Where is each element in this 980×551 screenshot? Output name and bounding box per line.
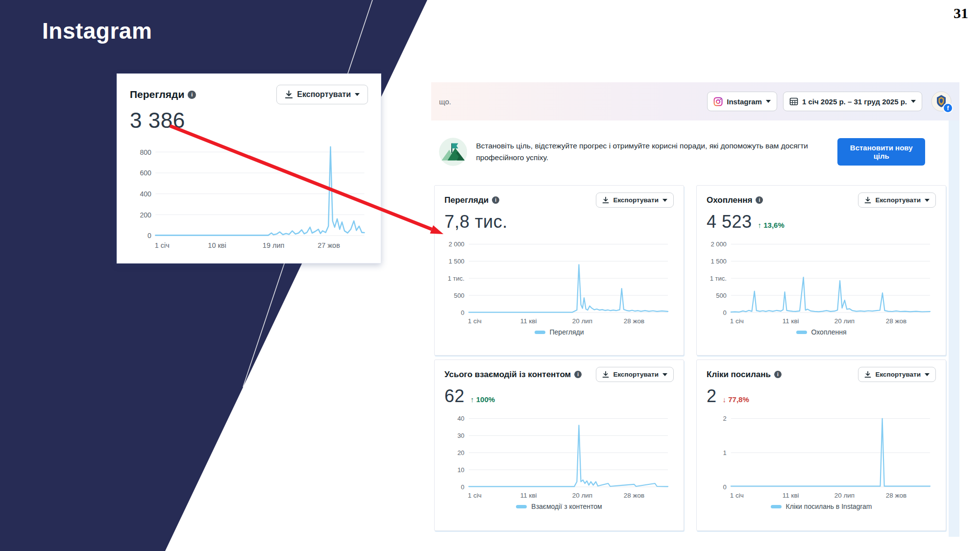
dashboard-screenshot: що. Instagram [431,82,959,537]
info-icon[interactable] [574,371,582,378]
overlay-views-chart: 80060040020001 січ10 кві19 лип27 жов [130,135,368,252]
info-icon[interactable] [492,196,499,204]
info-icon[interactable] [188,91,196,99]
svg-text:11 кві: 11 кві [520,492,537,499]
platform-label: Instagram [727,97,762,106]
instagram-icon [713,97,723,106]
svg-text:2 000: 2 000 [710,240,726,248]
svg-text:40: 40 [457,415,464,422]
chevron-down-icon [766,100,771,103]
platform-selector[interactable]: Instagram [707,92,777,111]
svg-text:28 жов: 28 жов [624,492,644,499]
legend-swatch [516,505,527,508]
legend-label: Взаємодії з контентом [531,503,602,510]
export-button[interactable]: Експортувати [858,367,936,382]
card-title: Перегляди [444,195,489,205]
date-range-label: 1 січ 2025 р. – 31 груд 2025 р. [802,97,907,106]
truncated-header-text: що. [439,97,451,106]
chevron-down-icon [911,100,916,103]
svg-text:11 кві: 11 кві [520,317,537,325]
metric-delta: ↑ 100% [470,395,495,404]
chevron-down-icon [355,93,360,96]
date-range-selector[interactable]: 1 січ 2025 р. – 31 груд 2025 р. [783,92,922,111]
chart-legend: Перегляди [444,328,674,336]
interactions-chart: 4030201001 січ11 кві20 лип28 жов [444,408,674,502]
card-title: Кліки посилань [707,370,771,380]
calendar-icon [789,97,798,106]
export-label: Експортувати [875,196,921,204]
slide-title: Instagram [42,18,152,44]
export-button[interactable]: Експортувати [276,85,368,104]
delta-arrow-icon: ↓ [723,395,727,404]
chevron-down-icon [662,373,667,376]
export-button[interactable]: Експортувати [596,367,674,382]
svg-text:20 лип: 20 лип [572,317,592,325]
svg-text:0: 0 [147,232,151,240]
svg-text:11 кві: 11 кві [783,492,799,499]
svg-text:400: 400 [140,190,151,198]
svg-text:2 000: 2 000 [448,240,464,248]
svg-text:10 кві: 10 кві [208,241,226,250]
svg-text:1: 1 [723,449,727,456]
download-icon [602,371,609,378]
export-button[interactable]: Експортувати [858,192,936,208]
svg-text:1 тис.: 1 тис. [710,275,727,282]
svg-text:20 лип: 20 лип [572,492,592,499]
metric-card-views: Перегляди Експортувати 7,8 тис. [434,185,684,356]
svg-text:0: 0 [461,483,465,491]
svg-text:10: 10 [457,466,464,474]
delta-value: 77,8% [728,395,749,404]
export-label: Експортувати [613,196,659,204]
info-icon[interactable] [756,196,763,204]
chart-legend: Охоплення [707,328,936,336]
dashboard-header: що. Instagram [431,82,959,120]
legend-label: Кліки посилань в Instagram [786,503,872,510]
svg-text:27 жов: 27 жов [318,241,340,250]
link-clicks-chart: 2101 січ11 кві20 лип28 жов [707,408,936,502]
svg-text:1 січ: 1 січ [468,317,482,325]
svg-text:600: 600 [140,169,151,177]
svg-text:1 січ: 1 січ [468,492,482,499]
svg-text:19 лип: 19 лип [263,241,285,250]
chart-legend: Взаємодії з контентом [444,503,674,510]
metric-delta: ↓ 77,8% [723,395,749,404]
delta-value: 100% [476,395,495,404]
svg-text:0: 0 [723,483,727,491]
card-title: Охоплення [707,195,752,205]
svg-text:20: 20 [457,449,464,456]
chevron-down-icon [925,199,930,202]
svg-text:28 жов: 28 жов [886,317,906,325]
reach-chart: 2 0001 5001 тис.50001 січ11 кві20 лип28 … [707,234,936,327]
goal-message: Встановіть ціль, відстежуйте прогрес і о… [476,140,829,164]
views-overlay-card: Перегляди Експортувати 3 386 80060040020… [117,73,381,264]
metric-delta: ↑ 13,6% [758,221,784,229]
download-icon [864,196,871,204]
export-button[interactable]: Експортувати [596,192,674,208]
chevron-down-icon [925,373,930,376]
info-icon[interactable] [774,371,782,378]
svg-text:2: 2 [723,415,727,422]
metric-card-interactions: Усього взаємодій із контентом Експортува… [434,359,684,531]
svg-text:20 лип: 20 лип [834,317,855,325]
metric-card-link-clicks: Кліки посилань Експортувати 2 ↓ 77,8% [696,359,946,531]
metric-value: 2 [707,386,717,407]
legend-swatch [535,331,545,334]
download-icon [285,90,293,99]
avatar[interactable]: f [931,91,952,112]
svg-text:11 кві: 11 кві [783,317,799,325]
svg-text:500: 500 [454,292,465,299]
svg-text:28 жов: 28 жов [624,317,644,325]
svg-text:0: 0 [461,309,465,316]
svg-text:0: 0 [723,309,727,316]
legend-swatch [796,331,807,334]
legend-label: Перегляди [550,328,584,336]
set-new-goal-button[interactable]: Встановити нову ціль [837,138,925,166]
metric-value: 3 386 [130,108,185,133]
svg-text:1 січ: 1 січ [155,241,170,250]
svg-text:1 500: 1 500 [710,258,726,265]
legend-label: Охоплення [811,328,847,336]
svg-text:30: 30 [457,432,464,439]
svg-text:1 січ: 1 січ [730,317,744,325]
export-label: Експортувати [875,371,921,378]
views-chart: 2 0001 5001 тис.50001 січ11 кві20 лип28 … [444,234,674,327]
